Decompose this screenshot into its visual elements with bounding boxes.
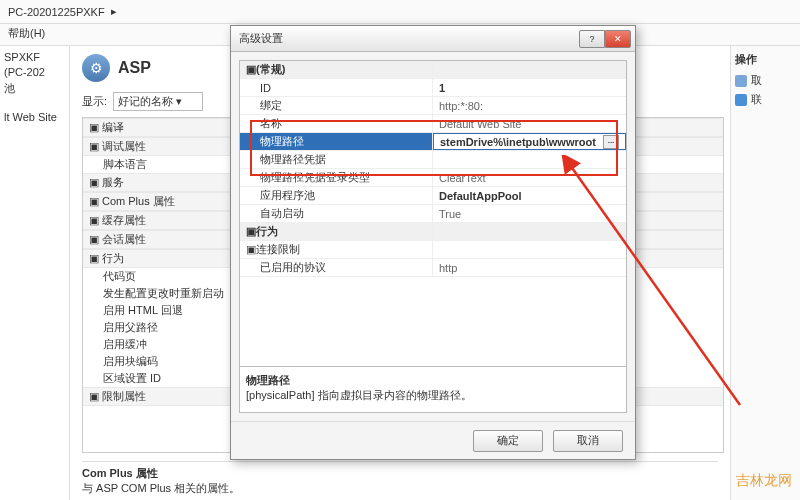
footer-text: 与 ASP COM Plus 相关的属性。 (82, 481, 718, 496)
expander-icon: ▣ (89, 176, 98, 189)
expander-icon: ▣ (89, 252, 98, 265)
breadcrumb-node[interactable]: PC-20201225PXKF (8, 6, 105, 18)
dialog-buttons: 确定 取消 (231, 421, 635, 459)
property-value[interactable]: DefaultAppPool (433, 187, 626, 204)
property-value[interactable]: ClearText (433, 169, 626, 186)
action-icon (735, 94, 747, 106)
property-label: 物理路径凭据 (240, 151, 433, 168)
tree-node[interactable]: SPXKF (PC-202 (4, 50, 65, 81)
property-row[interactable]: 物理路径凭据 (240, 151, 626, 169)
property-value[interactable]: http (433, 259, 626, 276)
page-title: ASP (118, 59, 151, 77)
window-buttons: ? ✕ (579, 30, 631, 48)
help-button[interactable]: ? (579, 30, 605, 48)
close-button[interactable]: ✕ (605, 30, 631, 48)
tree-node[interactable]: 池 (4, 81, 65, 96)
property-row[interactable]: 绑定http:*:80: (240, 97, 626, 115)
property-grid[interactable]: ▣ (常规)ID1绑定http:*:80:名称Default Web Site物… (239, 60, 627, 413)
property-group-header[interactable]: ▣ (常规) (240, 61, 626, 79)
property-row[interactable]: 自动启动True (240, 205, 626, 223)
property-grid-body[interactable]: ▣ (常规)ID1绑定http:*:80:名称Default Web Site物… (240, 61, 626, 366)
property-value[interactable]: stemDrive%\inetpub\wwwroot... (433, 133, 626, 150)
ok-button[interactable]: 确定 (473, 430, 543, 452)
property-value[interactable] (433, 151, 626, 168)
breadcrumb-separator-icon: ▸ (111, 5, 117, 18)
watermark: 吉林龙网 (736, 472, 792, 490)
property-label: ▣ 连接限制 (240, 241, 433, 258)
breadcrumb[interactable]: PC-20201225PXKF ▸ (0, 0, 800, 24)
display-label: 显示: (82, 94, 107, 109)
expand-icon: ▣ (246, 243, 256, 256)
action-item[interactable]: 联 (735, 92, 796, 107)
cancel-button[interactable]: 取消 (553, 430, 623, 452)
menu-help[interactable]: 帮助(H) (8, 27, 45, 39)
property-row[interactable]: 应用程序池DefaultAppPool (240, 187, 626, 205)
property-label: ID (240, 79, 433, 96)
property-label: 名称 (240, 115, 433, 132)
property-label: 物理路径 (240, 133, 433, 150)
desc-title: 物理路径 (246, 373, 620, 388)
property-value[interactable]: 1 (433, 79, 626, 96)
expander-icon: ▣ (89, 195, 98, 208)
property-row[interactable]: 物理路径凭据登录类型ClearText (240, 169, 626, 187)
property-row[interactable]: ▣ 连接限制 (240, 241, 626, 259)
property-description: 物理路径 [physicalPath] 指向虚拟目录内容的物理路径。 (240, 366, 626, 412)
property-label: 绑定 (240, 97, 433, 114)
dialog-titlebar[interactable]: 高级设置 ? ✕ (231, 26, 635, 52)
property-row[interactable]: 物理路径stemDrive%\inetpub\wwwroot... (240, 133, 626, 151)
expander-icon: ▣ (89, 121, 98, 134)
expander-icon: ▣ (89, 390, 98, 403)
action-item[interactable]: 取 (735, 73, 796, 88)
property-row[interactable]: 已启用的协议http (240, 259, 626, 277)
property-row[interactable]: ID1 (240, 79, 626, 97)
expander-icon: ▣ (89, 214, 98, 227)
expander-icon: ▣ (89, 140, 98, 153)
expander-icon: ▣ (89, 233, 98, 246)
actions-panel: 操作 取 联 (730, 46, 800, 500)
property-value[interactable]: Default Web Site (433, 115, 626, 132)
property-label: 自动启动 (240, 205, 433, 222)
display-select[interactable]: 好记的名称 ▾ (113, 92, 203, 111)
action-icon (735, 75, 747, 87)
property-label: 物理路径凭据登录类型 (240, 169, 433, 186)
actions-title: 操作 (735, 52, 796, 67)
property-label: 已启用的协议 (240, 259, 433, 276)
dialog-title: 高级设置 (239, 31, 579, 46)
property-value[interactable]: http:*:80: (433, 97, 626, 114)
collapse-icon: ▣ (246, 63, 256, 76)
property-label: 应用程序池 (240, 187, 433, 204)
property-group-header[interactable]: ▣ 行为 (240, 223, 626, 241)
asp-icon: ⚙ (82, 54, 110, 82)
footer-title: Com Plus 属性 (82, 466, 718, 481)
collapse-icon: ▣ (246, 225, 256, 238)
property-row[interactable]: 名称Default Web Site (240, 115, 626, 133)
footer-description: Com Plus 属性 与 ASP COM Plus 相关的属性。 (82, 461, 718, 496)
property-value[interactable]: True (433, 205, 626, 222)
connections-tree[interactable]: SPXKF (PC-202 池 lt Web Site (0, 46, 70, 500)
advanced-settings-dialog: 高级设置 ? ✕ ▣ (常规)ID1绑定http:*:80:名称Default … (230, 25, 636, 460)
browse-button[interactable]: ... (603, 135, 619, 149)
property-value[interactable] (433, 241, 626, 258)
desc-text: [physicalPath] 指向虚拟目录内容的物理路径。 (246, 388, 620, 403)
tree-node[interactable]: lt Web Site (4, 110, 65, 125)
